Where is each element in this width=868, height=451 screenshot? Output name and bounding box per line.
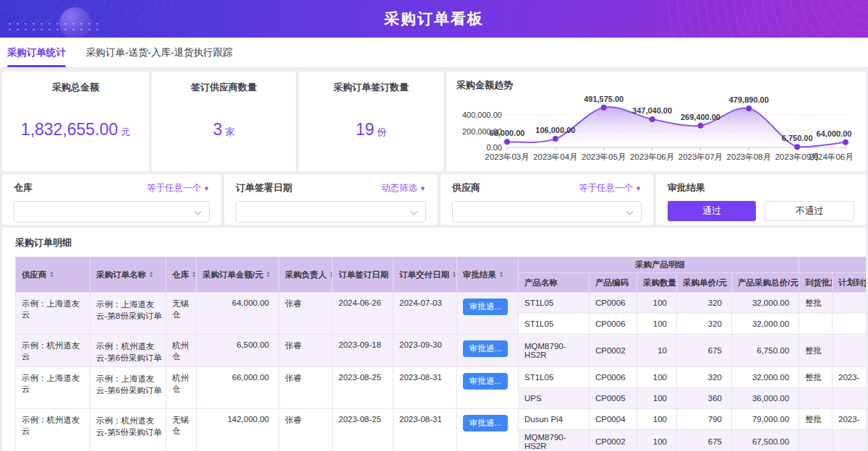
kpi-title: 采购总金额	[2, 72, 149, 94]
column-label: 仓库	[172, 270, 189, 280]
order-amount-cell: 66,000.00	[197, 367, 279, 409]
chart-point[interactable]	[553, 136, 558, 142]
product-total-cell: 36,000.00	[732, 388, 799, 409]
sort-icon[interactable]: ▲▼	[192, 271, 196, 278]
chart-point[interactable]	[650, 116, 655, 122]
sign-date-operator-link[interactable]: 动态筛选▼	[381, 182, 426, 194]
approval-result-cell: 审批通...	[457, 367, 519, 409]
kpi-card-supplier-count: 签订供应商数量 3家	[152, 72, 296, 171]
product-price-cell: 320	[677, 314, 732, 335]
product-qty-cell: 100	[637, 430, 677, 451]
sub-column-header-5: 到货批次	[799, 273, 833, 293]
planned-arrival-cell	[833, 293, 866, 314]
planned-arrival-cell: 2023-	[833, 409, 866, 430]
product-qty-cell: 100	[637, 314, 677, 335]
column-label: 采购负责人	[285, 270, 327, 280]
chart-point-label: 64,000.00	[817, 129, 852, 138]
kpi-number: 19	[356, 120, 375, 139]
chart-point[interactable]	[746, 106, 752, 111]
chart-point-label: 479,890.00	[729, 95, 769, 104]
sort-icon[interactable]: ▲▼	[266, 271, 271, 278]
chart-point-label: 106,000.00	[535, 126, 575, 134]
approval-pass-button[interactable]: 通过	[668, 201, 756, 221]
column-label: 采购订单名称	[96, 270, 146, 280]
sort-icon[interactable]: ▲▼	[452, 271, 456, 278]
kpi-title: 签订供应商数量	[152, 72, 296, 94]
sub-column-header-6: 计划到货日期	[833, 273, 866, 293]
chart-point[interactable]	[794, 144, 800, 150]
product-name-cell: ST1L05	[519, 314, 590, 335]
x-axis-tick-label: 2023年05月	[582, 153, 626, 161]
approval-fail-button[interactable]: 不通过	[765, 201, 854, 221]
kpi-unit: 家	[225, 126, 234, 137]
arrival-batch-cell: 整批	[799, 335, 833, 367]
approval-status-button[interactable]: 审批通...	[463, 415, 508, 431]
sub-column-header-2: 采购数量	[637, 273, 677, 293]
chart-point-label: 6,750.00	[782, 134, 813, 142]
arrival-batch-cell: 整批	[799, 293, 833, 314]
table-row: 示例：杭州道友云示例：杭州道友云-第6份采购订单杭州仓6,500.00张睿202…	[16, 335, 867, 367]
filter-warehouse: 仓库 等于任意一个▼	[2, 174, 221, 225]
approval-status-button[interactable]: 审批通...	[463, 298, 508, 315]
table-row: 示例：杭州道友云示例：杭州道友云-第5份采购订单无锡仓142,000.00张睿2…	[16, 409, 867, 430]
product-name-cell: MQM8790-HS2R	[519, 335, 590, 367]
dashboard-content: 采购总金额 1,832,655.00元 签订供应商数量 3家 采购订单签订数量 …	[0, 72, 868, 451]
supplier-cell: 示例：上海道友云	[16, 367, 90, 409]
order-amount-cell: 142,000.00	[197, 409, 279, 451]
kpi-title: 采购订单签订数量	[299, 72, 443, 94]
filter-sign-date: 订单签署日期 动态筛选▼	[224, 174, 438, 225]
sort-icon[interactable]: ▲▼	[499, 271, 503, 278]
arrival-batch-cell	[799, 314, 833, 335]
supplier-cell: 示例：上海道友云	[16, 293, 90, 335]
trend-chart-title: 采购金额趋势	[456, 79, 856, 92]
approval-result-cell: 审批通...	[457, 335, 519, 367]
product-qty-cell: 100	[637, 409, 677, 430]
chart-point[interactable]	[601, 105, 607, 111]
table-row: 示例：上海道友云示例：上海道友云-第6份采购订单杭州仓66,000.00张睿20…	[16, 367, 867, 388]
supplier-filter-label: 供应商	[452, 181, 480, 194]
warehouse-operator-link[interactable]: 等于任意一个▼	[147, 182, 210, 194]
approval-result-cell: 审批通...	[457, 409, 519, 451]
order-name-cell: 示例：上海道友云-第6份采购订单	[90, 367, 166, 409]
kpi-value: 19份	[299, 120, 443, 139]
chart-point[interactable]	[843, 139, 848, 145]
x-axis-tick-label: 2023年03月	[485, 153, 529, 161]
chevron-down-icon	[195, 208, 202, 215]
supplier-operator-link[interactable]: 等于任意一个▼	[579, 182, 642, 194]
product-qty-cell: 10	[637, 335, 677, 367]
sign-date-cell: 2024-06-26	[333, 293, 393, 335]
sort-icon[interactable]: ▲▼	[149, 271, 153, 278]
tab-order-execution-tracking-label: 采购订单-送货-入库-退货执行跟踪	[86, 46, 233, 59]
sign-date-select[interactable]	[236, 201, 426, 223]
product-price-cell: 790	[677, 409, 732, 430]
tab-order-statistics[interactable]: 采购订单统计	[7, 38, 66, 67]
chart-point[interactable]	[504, 139, 510, 145]
owner-cell: 张睿	[279, 293, 333, 335]
product-qty-cell: 100	[637, 367, 677, 388]
warehouse-select[interactable]	[14, 201, 210, 223]
page-title: 采购订单看板	[384, 9, 484, 29]
product-total-cell: 32,000.00	[732, 293, 799, 314]
tab-order-execution-tracking[interactable]: 采购订单-送货-入库-退货执行跟踪	[86, 38, 233, 67]
kpi-value: 3家	[152, 120, 296, 139]
kpi-row: 采购总金额 1,832,655.00元 签订供应商数量 3家 采购订单签订数量 …	[2, 72, 866, 171]
product-price-cell: 320	[677, 367, 732, 388]
chart-point[interactable]	[697, 123, 703, 129]
delivery-date-cell: 2023-09-30	[393, 335, 457, 367]
x-axis-tick-label: 2023年08月	[727, 153, 771, 161]
approval-status-button[interactable]: 审批通...	[463, 373, 508, 390]
product-price-cell: 675	[677, 335, 732, 367]
caret-down-icon: ▼	[203, 185, 210, 192]
column-header-4: 采购负责人▲▼	[279, 257, 333, 293]
chart-point-label: 347,040.00	[632, 106, 672, 115]
sub-column-header-3: 采购单价/元	[677, 273, 732, 293]
column-header-0: 供应商▲▼	[16, 257, 90, 293]
x-axis-tick-label: 2023年06月	[630, 153, 674, 161]
approval-status-button[interactable]: 审批通...	[463, 340, 508, 357]
sort-icon[interactable]: ▲▼	[330, 271, 333, 278]
warehouse-cell: 杭州仓	[166, 335, 197, 367]
supplier-select[interactable]	[452, 201, 642, 223]
arrival-batch-cell: 整批	[799, 409, 833, 430]
y-axis-tick-label: 400,000.00	[462, 111, 502, 119]
sort-icon[interactable]: ▲▼	[50, 271, 54, 278]
